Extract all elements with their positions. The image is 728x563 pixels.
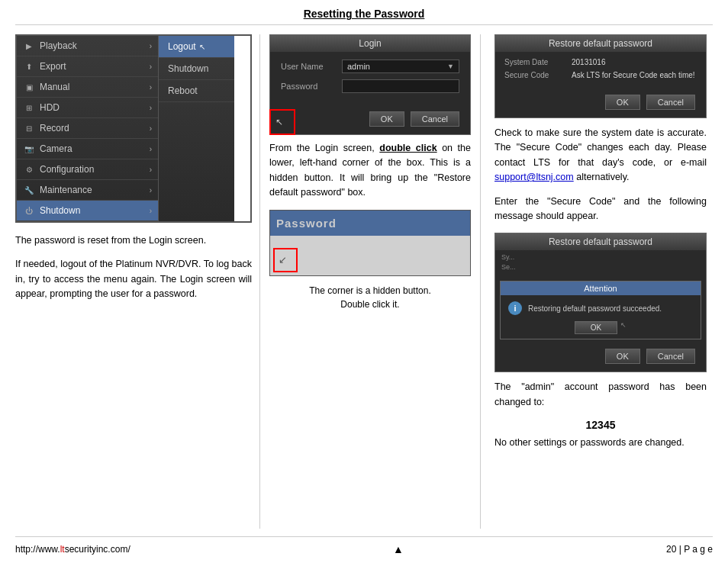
right-para1: Check to make sure the system date is ac…	[494, 126, 707, 185]
menu-item-export[interactable]: ⬆ Export ›	[17, 56, 158, 77]
menu-label-maintenance: Maintenance	[40, 185, 92, 195]
menu-label-config: Configuration	[40, 164, 94, 175]
menu-item-camera[interactable]: 📷 Camera ›	[17, 139, 158, 159]
menu-item-maintenance[interactable]: 🔧 Maintenance ›	[17, 180, 158, 201]
login-ok-button[interactable]: OK	[369, 111, 404, 127]
menu-label-camera: Camera	[40, 143, 72, 154]
dropdown-arrow-icon: ▼	[447, 63, 454, 70]
restore-cancel-button-2[interactable]: Cancel	[646, 349, 695, 364]
secure-code-value: Ask LTS for Secure Code each time!	[572, 71, 695, 79]
config-icon: ⚙	[23, 163, 35, 175]
cursor-arrow-icon: ↖	[275, 117, 283, 127]
password-label: Password	[281, 82, 342, 91]
login-title-bar: Login	[270, 35, 470, 52]
red-box-login: ↖	[269, 109, 295, 135]
dvr-menu-screenshot: ▶ Playback › ⬆ Export ›	[15, 34, 252, 223]
menu-label-shutdown: Shutdown	[40, 205, 80, 216]
arrow-icon-shutdown: ›	[150, 207, 152, 215]
arrow-icon-config: ›	[150, 166, 152, 174]
arrow-icon-manual: ›	[150, 83, 152, 92]
attention-message: Restoring default password succeeded.	[528, 304, 662, 313]
col-left: ▶ Playback › ⬆ Export ›	[15, 34, 252, 529]
playback-icon: ▶	[23, 40, 35, 52]
restore-body-1: System Date 20131016 Secure Code Ask LTS…	[495, 52, 706, 90]
attention-ok-wrapper: OK ↖	[501, 321, 701, 339]
logout-label: Logout	[168, 41, 196, 52]
secure-code-field: Secure Code Ask LTS for Secure Code each…	[504, 71, 697, 79]
shutdown-sub-label: Shutdown	[168, 63, 208, 74]
se-label: Se...	[501, 263, 516, 271]
red-box-corner: ↙	[273, 248, 298, 272]
menu-item-record[interactable]: ⊟ Record ›	[17, 118, 158, 139]
arrow-icon: ›	[150, 42, 152, 50]
reboot-label: Reboot	[168, 85, 198, 96]
page-footer: http://www.ltsecurityinc.com/ ▲ 20 | P a…	[15, 536, 713, 555]
caption: The corner is a hidden button. Double cl…	[269, 284, 471, 311]
attention-body: i Restoring default password succeeded.	[501, 295, 701, 321]
restore-cancel-button-1[interactable]: Cancel	[646, 95, 695, 110]
maintenance-icon: 🔧	[23, 184, 35, 196]
system-date-field: System Date 20131016	[504, 58, 697, 66]
col-right: Restore default password System Date 201…	[488, 34, 713, 529]
right-para2: Enter the "Secure Code" and the followin…	[494, 195, 707, 224]
info-icon: i	[508, 301, 522, 315]
submenu-reboot[interactable]: Reboot	[159, 80, 234, 102]
footer-url-highlight: lt	[60, 544, 65, 555]
login-screenshot-wrapper: Login User Name admin ▼ Password	[269, 34, 471, 135]
cursor-icon: ↖	[199, 43, 205, 51]
submenu-logout[interactable]: Logout ↖	[159, 36, 234, 58]
username-value: admin	[347, 62, 370, 71]
caption-line1: The corner is a hidden button.	[309, 285, 430, 296]
restore-body-sys: Sy... Se...	[495, 250, 706, 276]
username-field: User Name admin ▼	[281, 60, 459, 73]
restore-ok-button-2[interactable]: OK	[605, 349, 640, 364]
password-bar-text: Password	[270, 211, 470, 236]
restore-dialog-1: Restore default password System Date 201…	[494, 34, 707, 118]
system-date-value: 20131016	[572, 58, 606, 66]
menu-item-configuration[interactable]: ⚙ Configuration ›	[17, 159, 158, 180]
password-value	[347, 82, 350, 91]
attention-title: Attention	[501, 282, 701, 295]
login-dialog-img: Login User Name admin ▼ Password	[269, 34, 471, 135]
submenu: Logout ↖ Shutdown Reboot	[158, 36, 234, 221]
password-screenshot-wrapper: Password ↙	[269, 210, 471, 276]
password-screenshot: Password ↙	[269, 210, 471, 276]
support-email-link[interactable]: support@ltsnj.com	[494, 172, 574, 182]
corner-button-area: ↙	[270, 236, 470, 275]
right-para4: No other settings or passwords are chang…	[494, 436, 707, 450]
cursor-ok-icon: ↖	[620, 321, 627, 334]
arrow-icon-maintenance: ›	[150, 186, 152, 195]
dvr-menu: ▶ Playback › ⬆ Export ›	[17, 36, 158, 221]
menu-item-manual[interactable]: ▣ Manual ›	[17, 77, 158, 98]
login-cancel-button[interactable]: Cancel	[411, 111, 459, 127]
password-field: Password	[281, 79, 459, 93]
restore-ok-button-1[interactable]: OK	[605, 95, 640, 110]
submenu-shutdown[interactable]: Shutdown	[159, 58, 234, 80]
attention-ok-button[interactable]: OK	[575, 321, 617, 334]
export-icon: ⬆	[23, 60, 35, 72]
restore-buttons-1: OK Cancel	[495, 90, 706, 117]
username-value-field: admin ▼	[342, 60, 459, 73]
page-container: Resetting the Password ▶ Playback ›	[0, 0, 728, 563]
menu-label-hdd: HDD	[40, 102, 60, 113]
footer-url-link[interactable]: http://www.ltsecurityinc.com/	[15, 544, 130, 555]
arrow-icon-hdd: ›	[150, 104, 152, 112]
restore-title-2: Restore default password	[495, 233, 706, 250]
restore-dialog-2: Restore default password Sy... Se... Att…	[494, 233, 707, 372]
sys-label: Sy...	[501, 253, 514, 261]
password-result: 12345	[494, 419, 707, 431]
menu-item-playback[interactable]: ▶ Playback ›	[17, 36, 158, 56]
manual-icon: ▣	[23, 81, 35, 93]
hdd-icon: ⊞	[23, 101, 35, 114]
username-label: User Name	[281, 62, 342, 71]
restore-title-1: Restore default password	[495, 35, 706, 52]
cursor-corner-icon: ↙	[279, 254, 287, 265]
right-para3: The "admin" account password has been ch…	[494, 380, 707, 410]
left-para1: The password is reset from the Login scr…	[15, 233, 252, 248]
footer-url: http://www.ltsecurityinc.com/	[15, 544, 130, 555]
footer-triangle: ▲	[393, 543, 404, 555]
menu-item-shutdown[interactable]: ⏻ Shutdown ›	[17, 201, 158, 221]
footer-page: 20 | P a g e	[666, 544, 713, 555]
menu-item-hdd[interactable]: ⊞ HDD ›	[17, 98, 158, 118]
login-dialog-buttons: OK Cancel	[270, 107, 470, 134]
